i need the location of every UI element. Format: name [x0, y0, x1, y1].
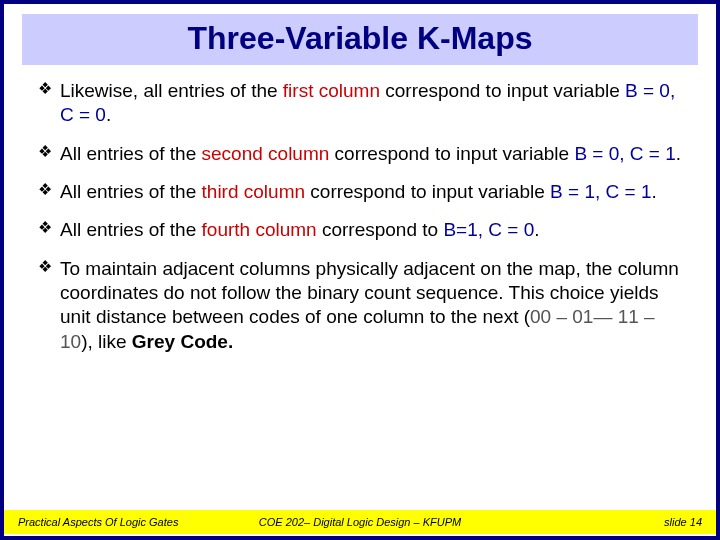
bullet-item: ❖ To maintain adjacent columns physicall… [38, 257, 682, 354]
footer-right: slide 14 [664, 516, 702, 528]
text-fragment: . [651, 181, 656, 202]
variable-assignment: B=1, C = 0 [443, 219, 534, 240]
text-fragment: correspond to input variable [380, 80, 625, 101]
footer-bar: Practical Aspects Of Logic Gates COE 202… [4, 510, 716, 534]
column-ordinal: third column [202, 181, 306, 202]
text-fragment: correspond to [317, 219, 444, 240]
text-fragment: correspond to input variable [305, 181, 550, 202]
column-ordinal: second column [202, 143, 330, 164]
bullet-item: ❖ All entries of the third column corres… [38, 180, 682, 204]
slide-title: Three-Variable K-Maps [22, 20, 698, 57]
diamond-icon: ❖ [38, 257, 52, 278]
variable-assignment: B = 0, C = 1 [574, 143, 675, 164]
text-fragment: All entries of the [60, 181, 202, 202]
bullet-text: All entries of the third column correspo… [60, 180, 682, 204]
text-fragment: ), like [81, 331, 132, 352]
bullet-item: ❖ Likewise, all entries of the first col… [38, 79, 682, 128]
text-fragment: All entries of the [60, 143, 202, 164]
bullet-text: All entries of the second column corresp… [60, 142, 682, 166]
text-fragment: . [676, 143, 681, 164]
text-fragment: . [228, 331, 233, 352]
footer-left: Practical Aspects Of Logic Gates [18, 516, 178, 528]
variable-assignment: B = 1, C = 1 [550, 181, 651, 202]
bullet-text: To maintain adjacent columns physically … [60, 257, 682, 354]
text-fragment: correspond to input variable [329, 143, 574, 164]
text-fragment: All entries of the [60, 219, 202, 240]
bullet-item: ❖ All entries of the fourth column corre… [38, 218, 682, 242]
column-ordinal: fourth column [202, 219, 317, 240]
bullet-list: ❖ Likewise, all entries of the first col… [4, 65, 716, 354]
text-fragment: Likewise, all entries of the [60, 80, 283, 101]
grey-code-label: Grey Code [132, 331, 228, 352]
slide: Three-Variable K-Maps ❖ Likewise, all en… [4, 4, 716, 536]
text-fragment: . [534, 219, 539, 240]
diamond-icon: ❖ [38, 79, 52, 100]
diamond-icon: ❖ [38, 142, 52, 163]
title-bar: Three-Variable K-Maps [22, 14, 698, 65]
bullet-item: ❖ All entries of the second column corre… [38, 142, 682, 166]
column-ordinal: first column [283, 80, 380, 101]
diamond-icon: ❖ [38, 180, 52, 201]
bullet-text: Likewise, all entries of the first colum… [60, 79, 682, 128]
diamond-icon: ❖ [38, 218, 52, 239]
bullet-text: All entries of the fourth column corresp… [60, 218, 682, 242]
text-fragment: . [106, 104, 111, 125]
